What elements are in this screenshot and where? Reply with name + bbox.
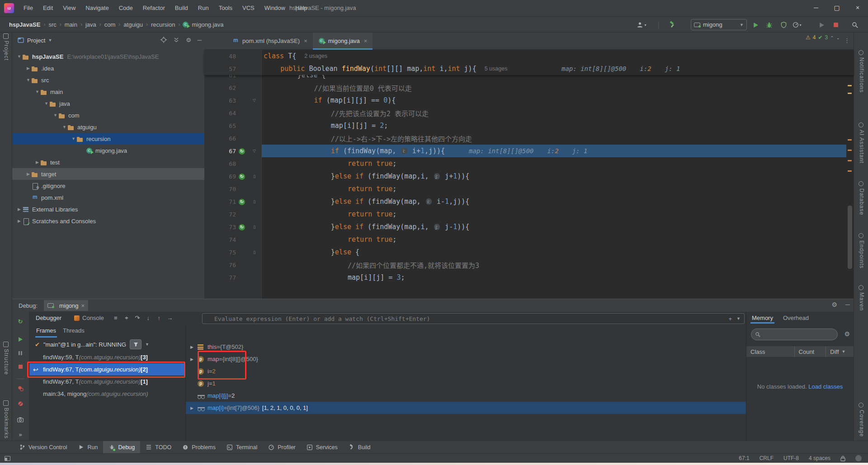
gear-icon[interactable]: ⚙ <box>844 330 850 338</box>
menu-build[interactable]: Build <box>170 0 193 16</box>
debug-button[interactable] <box>764 20 774 30</box>
load-classes-link[interactable]: Load classes <box>808 383 843 390</box>
toolbar-item-todo[interactable]: TODO <box>140 441 177 453</box>
tree-item-main[interactable]: ▼main <box>12 86 204 98</box>
tree-item-target[interactable]: ▶target <box>12 168 204 180</box>
close-button[interactable]: × <box>847 0 868 16</box>
collapse-all-icon[interactable] <box>173 37 179 43</box>
run-to-cursor-icon[interactable]: → <box>165 315 175 321</box>
menu-navigate[interactable]: Navigate <box>80 0 113 16</box>
code-line-75[interactable]: 75▯}else { <box>204 246 854 258</box>
code-line-71[interactable]: 71↻▯}else if (findWay(map, i: i-1,j)){ <box>204 195 854 208</box>
tree-item-test[interactable]: ▶test <box>12 156 204 168</box>
line-number[interactable]: 71 <box>204 198 236 205</box>
locate-file-icon[interactable] <box>160 37 167 43</box>
code-line-68[interactable]: 68return true; <box>204 157 854 170</box>
tab-debugger[interactable]: Debugger <box>29 315 68 321</box>
tree-chevron-icon[interactable]: ▶ <box>25 172 32 176</box>
fold-marker-icon[interactable]: ▯ <box>248 174 261 178</box>
line-number[interactable]: 69 <box>204 173 236 180</box>
tab-threads[interactable]: Threads <box>63 327 85 335</box>
variable-row-i[interactable]: pi = 2 <box>186 365 746 377</box>
breadcrumb-item[interactable]: hspJavaSE <box>8 21 41 28</box>
menu-code[interactable]: Code <box>114 0 138 16</box>
coverage-button[interactable] <box>778 20 788 30</box>
caret-position[interactable]: 67:1 <box>739 455 749 461</box>
fold-marker-icon[interactable]: ▯ <box>248 225 261 229</box>
prev-issue-icon[interactable]: ⌃ <box>830 35 834 40</box>
minimize-button[interactable]: ─ <box>806 0 826 16</box>
more-tabs-icon[interactable]: ⋮ <box>844 37 850 44</box>
variable-row-j[interactable]: pj = 1 <box>186 377 746 390</box>
tree-item--idea[interactable]: ▶.idea <box>12 62 204 74</box>
settings-gear-icon[interactable]: ⚙ <box>832 301 838 308</box>
variable-row-this[interactable]: ▶this = {T@502} <box>186 341 746 353</box>
line-number[interactable]: 66 <box>204 135 236 142</box>
stripe-item-endpoints[interactable]: Endpoints <box>859 240 865 268</box>
menu-view[interactable]: View <box>58 0 80 16</box>
code-line-67[interactable]: 67↻▽if (findWay(map, i: i+1,j)){map: int… <box>204 145 854 157</box>
toolbar-item-services[interactable]: Services <box>301 441 343 453</box>
search-everywhere-icon[interactable] <box>850 20 860 30</box>
fold-marker-icon[interactable]: ▽ <box>248 149 261 153</box>
fold-marker-icon[interactable]: ▯ <box>248 199 261 204</box>
code-line-65[interactable]: 65map[i][j] = 2; <box>204 119 854 132</box>
recursive-call-icon[interactable]: ↻ <box>236 147 248 155</box>
code-line-69[interactable]: 69↻▯}else if (findWay(map,i, j: j+1)){ <box>204 170 854 183</box>
code-line-63[interactable]: 63▽if (map[i][j] == 0){ <box>204 94 854 107</box>
indent-style[interactable]: 4 spaces <box>809 455 830 461</box>
code-line-66[interactable]: 66//以上->右->下->左的策略往其他四个方向走 <box>204 132 854 145</box>
toolbar-item-version-control[interactable]: Version Control <box>14 441 72 453</box>
thread-selector[interactable]: ✔ "main"@1 in g...ain": RUNNING ▼ <box>29 338 185 351</box>
next-issue-icon[interactable]: ⌄ <box>836 35 840 40</box>
tree-item-pom-xml[interactable]: pom.xml <box>12 192 204 203</box>
line-number[interactable]: 62 <box>204 85 236 91</box>
stripe-item-notifications[interactable]: Notifications <box>859 57 865 93</box>
close-tab-icon[interactable]: × <box>81 302 85 309</box>
line-number[interactable]: 75 <box>204 249 236 256</box>
tree-chevron-icon[interactable]: ▼ <box>34 89 41 94</box>
code-line-48[interactable]: 48class T{2 usages <box>204 50 854 62</box>
variable-row-mapi[interactable]: ▶map[i] = {int[7]@506}[1, 2, 1, 0, 0, 0,… <box>186 402 746 414</box>
toolbar-item-debug[interactable]: Debug <box>103 441 140 453</box>
file-encoding[interactable]: UTF-8 <box>783 455 799 461</box>
inspections-widget[interactable]: ⚠4 ✔3 ⌃ ⌄ <box>806 34 840 41</box>
stop-icon[interactable] <box>16 362 24 371</box>
memory-col-class[interactable]: Class <box>746 346 794 357</box>
tree-item-java[interactable]: ▼java <box>12 98 204 109</box>
tree-item-src[interactable]: ▼src <box>12 74 204 86</box>
tab-pom-xml[interactable]: pom.xml (hspJavaSE) × <box>227 33 313 49</box>
mute-breakpoints-icon[interactable] <box>16 399 24 408</box>
line-number[interactable]: 76 <box>204 262 236 268</box>
memory-search-input[interactable] <box>751 329 838 340</box>
line-number[interactable]: 70 <box>204 186 236 193</box>
tree-item-recursion[interactable]: ▼recursion <box>12 133 204 145</box>
view-breakpoints-icon[interactable] <box>16 384 24 392</box>
stripe-item-coverage[interactable]: Coverage <box>859 410 865 437</box>
code-line-62[interactable]: 62//如果当前位置是0 代表可以走 <box>204 81 854 94</box>
tree-item-hspjavase[interactable]: ▼hspJavaSEE:\workplace01\javaSE\hspJavaS… <box>12 51 204 62</box>
breadcrumb-item[interactable]: src <box>47 21 57 28</box>
tree-chevron-icon[interactable]: ▼ <box>43 101 50 106</box>
user-dropdown-icon[interactable]: ▾ <box>637 20 646 30</box>
resume-icon[interactable] <box>16 335 24 343</box>
thread-filter-icon[interactable] <box>130 339 142 349</box>
memory-col-count[interactable]: Count <box>794 346 826 357</box>
notifications-circle-icon[interactable] <box>855 455 862 461</box>
show-execution-point-icon[interactable]: ⌖ <box>121 315 132 322</box>
breadcrumb-item[interactable]: main <box>64 21 78 28</box>
code-line-57[interactable]: 57public Boolean findWay(int[][] map,int… <box>204 62 854 75</box>
step-out-icon[interactable]: ↑ <box>154 315 165 321</box>
stripe-item-bookmarks[interactable]: Bookmarks <box>3 408 9 439</box>
tree-item-external-libraries[interactable]: ▶External Libraries <box>12 203 204 215</box>
menu-vcs[interactable]: VCS <box>237 0 259 16</box>
maximize-button[interactable]: ▢ <box>826 0 847 16</box>
tree-chevron-icon[interactable]: ▶ <box>16 207 23 211</box>
more-actions-icon[interactable]: » <box>16 430 24 438</box>
usages-hint[interactable]: 5 usages <box>485 66 508 72</box>
tab-console[interactable]: Console <box>68 315 110 321</box>
chevron-down-icon[interactable]: ▼ <box>48 38 52 42</box>
layout-options-icon[interactable]: ≡ <box>110 315 121 321</box>
close-tab-icon[interactable]: × <box>304 38 307 44</box>
line-separator[interactable]: CRLF <box>760 455 774 461</box>
